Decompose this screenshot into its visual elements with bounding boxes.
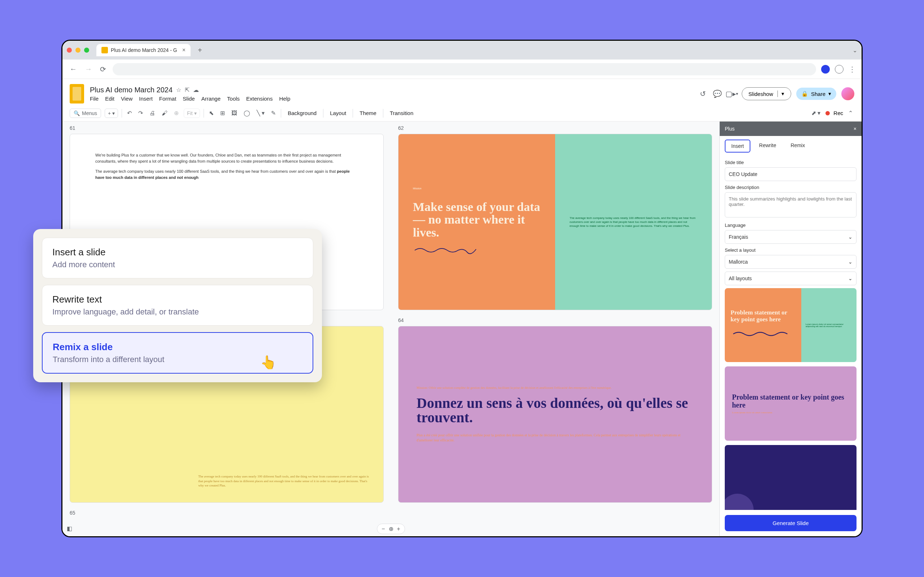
extension-icon[interactable]	[821, 65, 830, 74]
popup-rewrite-option[interactable]: Rewrite text Improve language, add detai…	[42, 285, 313, 326]
cursor-icon: 👆	[260, 355, 276, 370]
slide-sub: Plus a été créé pour offrir une solution…	[417, 433, 694, 443]
theme-button[interactable]: Theme	[357, 108, 380, 118]
menu-file[interactable]: File	[90, 95, 99, 102]
close-window-icon[interactable]	[67, 48, 72, 53]
toolbar: 🔍 Menus + ▾ ↶ ↷ 🖨 🖌 ⊕ Fit ▾ ⬉ ⊞ 🖼 ◯ ╲ ▾ …	[63, 105, 861, 121]
comment-add-icon[interactable]: ✎	[270, 108, 277, 118]
new-tab-button[interactable]: +	[195, 45, 205, 56]
user-avatar[interactable]	[842, 87, 855, 100]
slide-desc-input[interactable]	[725, 192, 856, 218]
zoom-controls[interactable]: − ⊕ +	[377, 524, 405, 534]
undo-icon[interactable]: ↶	[126, 108, 133, 118]
popup-option-sub: Add more content	[52, 260, 303, 269]
layout-option-3[interactable]: Problem	[725, 445, 856, 510]
transition-button[interactable]: Transition	[387, 108, 416, 118]
search-menus-button[interactable]: 🔍 Menus	[69, 108, 101, 118]
menu-edit[interactable]: Edit	[105, 95, 115, 102]
textbox-icon[interactable]: ⊞	[219, 108, 226, 118]
meet-icon[interactable]: ▢▸▾	[727, 89, 737, 98]
tab-insert[interactable]: Insert	[725, 140, 750, 153]
popup-insert-option[interactable]: Insert a slide Add more content	[42, 238, 313, 279]
comments-icon[interactable]: 💬	[713, 89, 722, 98]
popup-option-title: Remix a slide	[53, 342, 302, 353]
share-button[interactable]: 🔒 Share ▾	[796, 88, 836, 100]
layout-body: Lorem ipsum dolor sit amet consectetur a…	[801, 288, 856, 362]
slide-number: 62	[398, 125, 712, 131]
redo-icon[interactable]: ↷	[137, 108, 144, 118]
zoom-out-icon[interactable]: −	[381, 526, 385, 532]
layout-button[interactable]: Layout	[327, 108, 349, 118]
doc-header: Plus AI demo March 2024 ☆ ⇱ ☁ File Edit …	[63, 79, 861, 105]
new-slide-button[interactable]: + ▾	[105, 108, 118, 118]
layout-option-1[interactable]: Problem statement or key point goes here…	[725, 288, 856, 362]
layout-select[interactable]: Mallorca⌄	[725, 255, 856, 269]
slide-body: The average tech company today uses near…	[570, 216, 697, 228]
menu-slide[interactable]: Slide	[183, 95, 195, 102]
slide-text: The average tech company today uses near…	[95, 168, 358, 180]
slideshow-dropdown-icon[interactable]: ▾	[777, 90, 784, 97]
squiggle-icon	[413, 245, 541, 257]
traffic-lights	[67, 48, 89, 53]
layout-headline: Problem statement or key point goes here	[730, 309, 795, 323]
print-icon[interactable]: 🖨	[148, 108, 157, 118]
image-icon[interactable]: 🖼	[230, 108, 239, 118]
zoom-in-icon[interactable]: +	[397, 526, 400, 532]
collapse-toolbar-icon[interactable]: ⌃	[847, 108, 855, 118]
rec-label[interactable]: Rec	[834, 110, 843, 116]
tab-overflow-icon[interactable]: ⌄	[853, 47, 857, 54]
paint-format-icon[interactable]: 🖌	[160, 108, 169, 118]
menu-format[interactable]: Format	[159, 95, 176, 102]
generate-slide-button[interactable]: Generate Slide	[725, 515, 856, 531]
zoom-icon[interactable]: ⊕	[173, 108, 180, 118]
slides-logo-icon[interactable]	[69, 84, 84, 103]
menu-extensions[interactable]: Extensions	[246, 95, 273, 102]
tab-title: Plus AI demo March 2024 - G	[111, 47, 177, 53]
menu-tools[interactable]: Tools	[227, 95, 240, 102]
minimize-window-icon[interactable]	[76, 48, 81, 53]
tab-rewrite[interactable]: Rewrite	[753, 140, 782, 153]
back-icon[interactable]: ←	[68, 63, 78, 75]
browser-menu-icon[interactable]: ⋮	[848, 65, 856, 74]
slide-64[interactable]: Mission: Offrir une solution complète de…	[398, 326, 712, 502]
slide-mission: Mission: Offrir une solution complète de…	[417, 386, 694, 390]
menu-insert[interactable]: Insert	[139, 95, 153, 102]
forward-icon[interactable]: →	[83, 63, 94, 75]
popup-remix-option[interactable]: Remix a slide Transform into a different…	[42, 332, 313, 374]
url-input[interactable]	[113, 63, 816, 76]
shape-icon[interactable]: ◯	[242, 108, 252, 118]
close-sidebar-icon[interactable]: ×	[854, 126, 856, 132]
slideshow-button[interactable]: Slideshow ▾	[742, 87, 791, 100]
move-icon[interactable]: ⇱	[185, 87, 189, 93]
maximize-window-icon[interactable]	[84, 48, 89, 53]
slide-title-input[interactable]	[725, 167, 856, 181]
menu-help[interactable]: Help	[279, 95, 290, 102]
profile-icon[interactable]	[835, 65, 843, 74]
explore-icon[interactable]: ◧	[67, 525, 72, 532]
zoom-select[interactable]: Fit ▾	[184, 108, 200, 118]
history-icon[interactable]: ↺	[698, 89, 708, 98]
layout-option-2[interactable]: Problem statement or key point goes here…	[725, 366, 856, 440]
close-tab-icon[interactable]: ×	[182, 47, 186, 53]
pointer-icon[interactable]: ⬈ ▾	[810, 108, 822, 118]
action-popup: Insert a slide Add more content Rewrite …	[33, 229, 322, 382]
slide-62[interactable]: Mission Make sense of your data — no mat…	[398, 134, 712, 310]
popup-option-title: Insert a slide	[52, 247, 303, 258]
menu-arrange[interactable]: Arrange	[201, 95, 221, 102]
background-button[interactable]: Background	[285, 108, 320, 118]
share-dropdown-icon[interactable]: ▾	[828, 90, 831, 97]
language-select[interactable]: Français⌄	[725, 230, 856, 244]
browser-tab[interactable]: Plus AI demo March 2024 - G ×	[96, 44, 191, 56]
doc-title[interactable]: Plus AI demo March 2024	[90, 86, 173, 94]
tab-remix[interactable]: Remix	[785, 140, 811, 153]
menu-view[interactable]: View	[121, 95, 132, 102]
star-icon[interactable]: ☆	[176, 87, 181, 93]
reload-icon[interactable]: ⟳	[99, 63, 108, 75]
language-label: Language	[725, 222, 856, 228]
line-icon[interactable]: ╲ ▾	[255, 108, 266, 118]
select-icon[interactable]: ⬉	[208, 108, 215, 118]
layout-label: Select a layout	[725, 247, 856, 253]
all-layouts-select[interactable]: All layouts⌄	[725, 272, 856, 285]
zoom-reset-icon[interactable]: ⊕	[389, 525, 393, 532]
popup-option-title: Rewrite text	[52, 294, 303, 305]
